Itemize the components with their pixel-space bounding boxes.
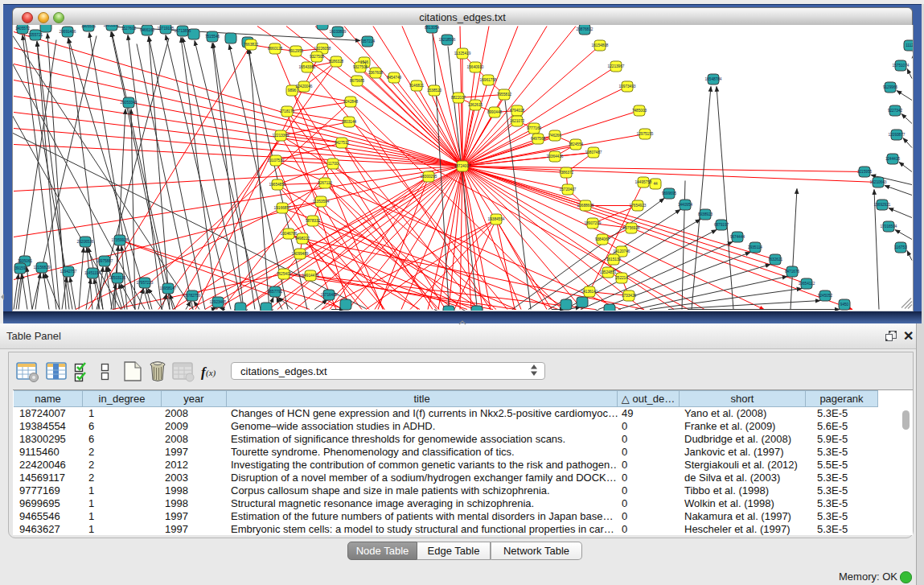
svg-text:11325419: 11325419 (454, 51, 471, 56)
svg-text:9146821: 9146821 (409, 84, 425, 88)
svg-text:8660128: 8660128 (268, 47, 283, 51)
svg-text:3215955: 3215955 (857, 170, 873, 174)
svg-text:10107532: 10107532 (268, 159, 285, 163)
svg-text:15751074: 15751074 (893, 64, 910, 68)
svg-text:39159: 39159 (14, 266, 25, 270)
svg-text:1362615: 1362615 (468, 103, 483, 107)
svg-text:12503135: 12503135 (109, 276, 126, 280)
svg-text:20691406: 20691406 (60, 30, 76, 34)
svg-text:11700: 11700 (328, 162, 339, 166)
svg-text:12213369: 12213369 (273, 134, 290, 138)
svg-text:7663822: 7663822 (244, 43, 259, 47)
svg-text:7955812: 7955812 (497, 93, 512, 97)
svg-text:7386372: 7386372 (559, 171, 574, 175)
svg-text:10654112: 10654112 (799, 282, 815, 286)
svg-text:1615132: 1615132 (606, 257, 622, 262)
svg-text:9427512: 9427512 (335, 141, 350, 145)
svg-text:8454749: 8454749 (387, 76, 402, 80)
svg-text:9896: 9896 (288, 89, 297, 93)
svg-text:14099489: 14099489 (292, 252, 309, 256)
svg-text:9657791: 9657791 (268, 290, 283, 294)
svg-text:18907209: 18907209 (585, 221, 602, 225)
svg-text:16543382: 16543382 (299, 65, 316, 69)
svg-text:18724007: 18724007 (454, 164, 471, 168)
svg-text:44: 44 (653, 182, 658, 186)
svg-text:7357224: 7357224 (360, 39, 376, 43)
svg-text:10719185: 10719185 (158, 27, 175, 31)
svg-text:3824554: 3824554 (569, 142, 584, 146)
svg-text:15716485: 15716485 (321, 293, 338, 297)
svg-text:10046786: 10046786 (281, 232, 298, 236)
svg-text:12975155: 12975155 (637, 132, 654, 136)
svg-text:1244415: 1244415 (885, 157, 901, 161)
svg-text:1440954: 1440954 (678, 203, 693, 207)
svg-text:12942757: 12942757 (60, 270, 77, 274)
svg-text:3935061: 3935061 (18, 259, 33, 263)
svg-text:7485003: 7485003 (632, 109, 647, 113)
svg-text:17359928: 17359928 (112, 238, 129, 242)
svg-text:19166857: 19166857 (274, 206, 291, 210)
svg-text:(x): (x) (206, 368, 216, 378)
svg-text:9129966: 9129966 (883, 85, 898, 89)
svg-text:2055721: 2055721 (28, 33, 43, 37)
svg-text:10973493: 10973493 (619, 84, 636, 89)
svg-text:18300295: 18300295 (421, 175, 437, 179)
svg-text:746266: 746266 (548, 134, 561, 138)
svg-text:2367608: 2367608 (368, 71, 384, 75)
svg-text:16961758: 16961758 (480, 78, 497, 82)
svg-text:10958147: 10958147 (160, 286, 177, 290)
svg-text:1405572: 1405572 (15, 27, 31, 31)
svg-text:8675685: 8675685 (350, 79, 365, 83)
svg-text:10653287: 10653287 (104, 25, 121, 27)
svg-text:16033809: 16033809 (330, 30, 347, 34)
svg-text:5878332: 5878332 (306, 219, 321, 223)
svg-text:2935114: 2935114 (748, 245, 762, 249)
svg-text:1621072: 1621072 (510, 119, 525, 123)
svg-text:116753: 116753 (894, 245, 907, 249)
svg-text:22420046: 22420046 (296, 84, 313, 89)
svg-text:6879197: 6879197 (714, 223, 729, 227)
svg-text:9327506: 9327506 (353, 65, 368, 69)
svg-text:252214: 252214 (615, 276, 628, 280)
svg-text:10756928: 10756928 (623, 226, 640, 230)
svg-text:9245052: 9245052 (818, 294, 833, 298)
svg-text:16548784: 16548784 (705, 77, 722, 81)
svg-text:8813054: 8813054 (425, 26, 440, 30)
svg-text:14120746: 14120746 (614, 249, 630, 253)
svg-text:3267110: 3267110 (318, 181, 332, 185)
svg-text:9384067: 9384067 (595, 237, 610, 241)
svg-text:12923465: 12923465 (210, 300, 227, 304)
svg-text:12093877: 12093877 (889, 133, 906, 137)
svg-text:9242848: 9242848 (343, 100, 359, 104)
svg-text:1546: 1546 (360, 60, 369, 64)
svg-text:14914479: 14914479 (302, 274, 319, 278)
svg-text:8938923: 8938923 (698, 212, 713, 216)
svg-text:9450: 9450 (840, 303, 849, 307)
svg-text:17957223: 17957223 (137, 281, 154, 285)
svg-text:9498222: 9498222 (295, 237, 310, 241)
svg-text:10975887: 10975887 (97, 259, 113, 263)
svg-text:10807487: 10807487 (585, 150, 602, 154)
svg-text:7625402: 7625402 (277, 272, 292, 276)
svg-text:1733426: 1733426 (622, 294, 637, 298)
svg-text:13524851: 13524851 (600, 270, 617, 274)
svg-text:16782759: 16782759 (184, 294, 201, 298)
svg-text:20876812: 20876812 (577, 27, 593, 31)
svg-text:2718176: 2718176 (280, 109, 295, 113)
svg-text:6466160: 6466160 (140, 28, 155, 32)
svg-text:6794028: 6794028 (510, 109, 525, 113)
svg-text:9327505: 9327505 (310, 55, 325, 59)
svg-text:7515546: 7515546 (205, 35, 220, 39)
svg-text:8471676: 8471676 (785, 270, 800, 274)
svg-text:14495758: 14495758 (635, 180, 652, 184)
svg-text:8990448: 8990448 (487, 110, 503, 114)
svg-text:8822037: 8822037 (451, 96, 466, 100)
svg-text:11451194: 11451194 (84, 271, 101, 275)
svg-text:17654923: 17654923 (630, 204, 647, 208)
svg-text:8186328: 8186328 (329, 60, 344, 64)
svg-text:12156829: 12156829 (34, 266, 51, 270)
svg-text:20206536: 20206536 (77, 240, 94, 244)
svg-text:13226058: 13226058 (314, 47, 331, 51)
svg-text:2803144: 2803144 (342, 120, 357, 124)
svg-text:15720407: 15720407 (560, 187, 577, 192)
